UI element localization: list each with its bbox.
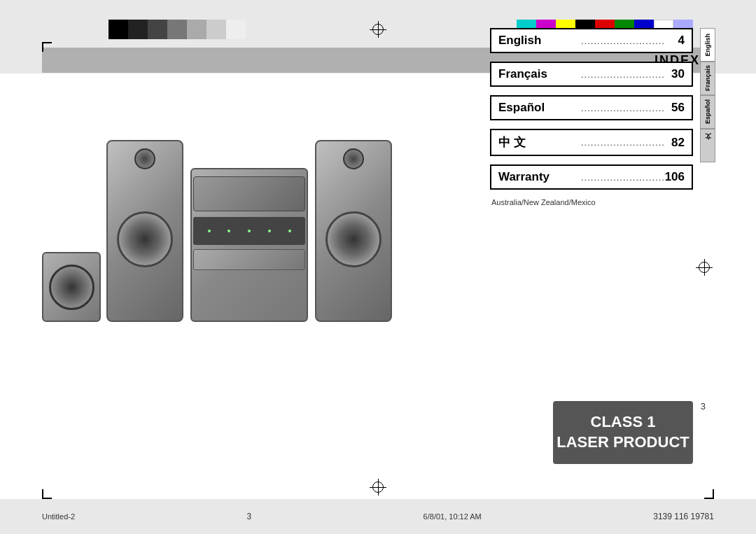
stereo-image — [42, 42, 392, 322]
side-tab-espanol-label: Español — [704, 99, 711, 124]
display-dot-5 — [288, 230, 291, 232]
side-tab-english-label: English — [704, 34, 711, 57]
cd-mechanism — [193, 176, 305, 211]
speaker-right — [315, 140, 392, 322]
display-dot-1 — [208, 230, 211, 232]
index-dots-warranty: ............................ — [578, 172, 664, 183]
laser-line2: LASER PRODUCT — [556, 433, 689, 453]
warranty-note: Australia/New Zealand/Mexico — [491, 198, 693, 206]
side-tabs: English Français Español 文 — [700, 28, 715, 162]
index-label-warranty: Warranty — [498, 170, 578, 184]
index-page-english: 4 — [664, 34, 685, 48]
index-page-espanol: 56 — [664, 101, 685, 115]
speaker-right-tweeter — [343, 148, 364, 169]
stereo-container — [42, 42, 392, 322]
side-tab-francais-label: Français — [704, 65, 711, 91]
footer-filename: Untitled-2 — [42, 512, 75, 521]
swatch-dark1 — [128, 20, 148, 39]
crosshair-bottom — [370, 479, 386, 496]
index-item-chinese: 中 文 ............................... 82 — [490, 129, 693, 156]
laser-line1: CLASS 1 — [591, 412, 656, 433]
index-page-chinese: 82 — [664, 136, 685, 150]
footer-bar: Untitled-2 3 6/8/01, 10:12 AM 3139 116 1… — [0, 499, 756, 534]
main-unit — [190, 168, 308, 322]
index-label-english: English — [498, 34, 578, 48]
swatch-light1 — [187, 20, 206, 39]
laser-product-box: CLASS 1 LASER PRODUCT — [553, 401, 693, 464]
index-item-francais: Français ...............................… — [490, 62, 693, 87]
index-menu: English ............................... … — [490, 28, 693, 206]
corner-mark-bl — [42, 485, 56, 499]
index-page-francais: 30 — [664, 67, 685, 81]
index-label-francais: Français — [498, 67, 578, 81]
speaker-left — [106, 140, 183, 322]
display-panel — [193, 217, 305, 245]
color-bar-left — [108, 20, 246, 39]
sub-woofer-cone — [49, 265, 94, 310]
footer-product-code: 3139 116 19781 — [653, 512, 714, 521]
side-tab-english: English — [700, 28, 715, 62]
swatch-dark2 — [148, 20, 167, 39]
index-label-espanol: Español — [498, 101, 578, 115]
swatch-mid — [167, 20, 187, 39]
index-label-chinese: 中 文 — [498, 134, 578, 150]
corner-mark-br — [700, 485, 714, 499]
controls-panel — [193, 249, 305, 270]
display-dot-2 — [227, 230, 230, 232]
crosshair-right — [696, 259, 713, 276]
index-item-espanol: Español ............................... … — [490, 95, 693, 120]
index-dots-chinese: ............................... — [578, 137, 664, 148]
subwoofer — [42, 252, 101, 322]
index-dots-espanol: ............................... — [578, 103, 664, 113]
footer-page-num: 3 — [247, 512, 252, 521]
side-tab-francais: Français — [700, 62, 715, 95]
display-dot-4 — [268, 230, 271, 232]
index-dots-english: ............................... — [578, 36, 664, 46]
index-dots-francais: ............................... — [578, 69, 664, 80]
speaker-left-tweeter — [134, 148, 155, 169]
display-dot-3 — [248, 230, 251, 232]
page-number-right: 3 — [701, 401, 706, 412]
speaker-left-woofer — [117, 211, 173, 267]
speaker-right-woofer — [326, 211, 382, 267]
swatch-light2 — [206, 20, 226, 39]
crosshair-center — [370, 21, 386, 38]
side-tab-chinese: 文 — [700, 129, 715, 162]
index-page-warranty: 106 — [664, 170, 685, 184]
swatch-white — [226, 20, 246, 39]
index-item-warranty: Warranty ............................ 10… — [490, 164, 693, 190]
side-tab-espanol: Español — [700, 95, 715, 129]
page: INDEX — [0, 0, 756, 534]
footer-timestamp: 6/8/01, 10:12 AM — [424, 512, 482, 521]
swatch-black — [108, 20, 128, 39]
index-item-english: English ............................... … — [490, 28, 693, 53]
